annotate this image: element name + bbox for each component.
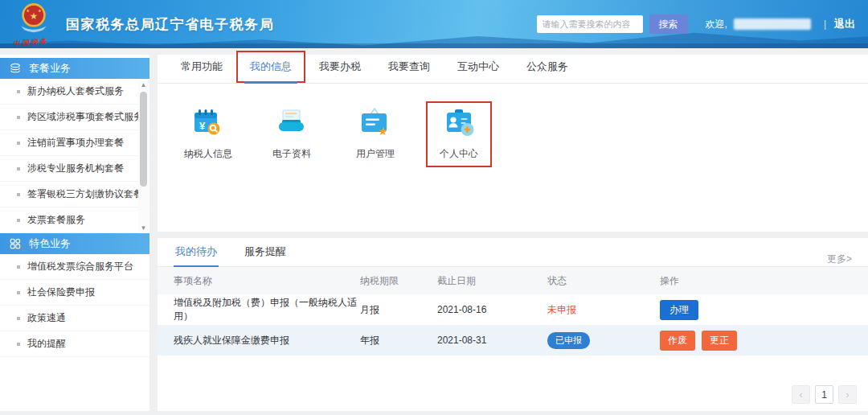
- sidebar: 套餐业务新办纳税人套餐式服务跨区域涉税事项套餐式服务注销前置事项办理套餐涉税专业…: [0, 55, 149, 411]
- sidebar-item-label: 跨区域涉税事项套餐式服务: [27, 110, 143, 124]
- todo-tabs: 我的待办服务提醒更多>: [158, 238, 868, 267]
- item-name: 残疾人就业保障金缴费申报: [158, 325, 360, 355]
- sidebar-section-title: 套餐业务: [29, 61, 71, 76]
- shortcut-个人中心[interactable]: 个人中心: [426, 101, 492, 167]
- tab-公众服务[interactable]: 公众服务: [513, 51, 582, 83]
- scroll-down-icon[interactable]: ▼: [138, 224, 149, 233]
- shortcut-电子资料[interactable]: 电子资料: [259, 101, 325, 167]
- tab-互动中心[interactable]: 互动中心: [444, 51, 513, 83]
- bullet-icon: [17, 116, 20, 119]
- sidebar-item[interactable]: 新办纳税人套餐式服务: [0, 79, 149, 105]
- sidebar-item-label: 社会保险费申报: [27, 286, 95, 299]
- sidebar-item[interactable]: 增值税发票综合服务平台: [0, 254, 149, 280]
- packages-icon: [10, 63, 21, 74]
- column-header: 纳税期限: [360, 267, 437, 294]
- username-redacted: [734, 18, 811, 30]
- personal-center-icon: [440, 108, 478, 140]
- electronic-tax-bureau-page: ★ ★ ★ 中国税务 国家税务总局辽宁省电子税务局 搜索 欢迎, | 退出 套餐…: [0, 0, 868, 415]
- sidebar-item[interactable]: 社会保险费申报: [0, 280, 149, 306]
- sidebar-item[interactable]: 政策速通: [0, 306, 149, 331]
- sidebar-item-label: 我的提醒: [27, 337, 66, 351]
- bullet-icon: [17, 142, 20, 145]
- actions-cell: 作废更正: [660, 325, 868, 355]
- sidebar-item[interactable]: 涉税专业服务机构套餐: [0, 156, 149, 182]
- actions-cell: 办理: [660, 294, 868, 325]
- main-tabs: 常用功能我的信息我要办税我要查询互动中心公众服务: [158, 55, 868, 84]
- search-button[interactable]: 搜索: [649, 14, 688, 34]
- national-emblem-icon: ★ ★ ★: [18, 2, 50, 34]
- sidebar-item[interactable]: 跨区域涉税事项套餐式服务: [0, 105, 149, 130]
- header-right: 搜索 欢迎, | 退出: [537, 0, 855, 48]
- todo-tab-服务提醒[interactable]: 服务提醒: [243, 237, 288, 266]
- shortcuts: ¥纳税人信息电子资料★用户管理个人中心: [158, 84, 868, 167]
- status-badge: 已申报: [547, 332, 590, 349]
- user-management-icon: ★: [356, 108, 395, 140]
- tax-period: 月报: [360, 294, 437, 325]
- column-header: 截止日期: [437, 267, 547, 294]
- logout-link[interactable]: 退出: [834, 17, 855, 31]
- shortcut-纳税人信息[interactable]: ¥纳税人信息: [175, 101, 241, 167]
- header-divider: |: [824, 18, 826, 30]
- todo-table: 事项名称纳税期限截止日期状态操作 增值税及附加税（费）申报（一般纳税人适用）月报…: [158, 267, 868, 355]
- bullet-icon: [17, 291, 20, 294]
- sidebar-item[interactable]: 签署银税三方划缴协议套餐: [0, 182, 149, 208]
- bullet-icon: [17, 90, 20, 93]
- sidebar-sections: 套餐业务新办纳税人套餐式服务跨区域涉税事项套餐式服务注销前置事项办理套餐涉税专业…: [0, 58, 149, 357]
- more-link[interactable]: 更多>: [827, 253, 852, 266]
- svg-text:★: ★: [38, 8, 42, 13]
- content: 常用功能我的信息我要办税我要查询互动中心公众服务 ¥纳税人信息电子资料★用户管理…: [158, 55, 868, 411]
- pagination: ‹ 1 ›: [792, 385, 857, 404]
- tab-我要办税[interactable]: 我要办税: [305, 51, 375, 83]
- header: ★ ★ ★ 中国税务 国家税务总局辽宁省电子税务局 搜索 欢迎, | 退出: [0, 0, 868, 48]
- column-header: 事项名称: [158, 267, 360, 294]
- tab-我要查询[interactable]: 我要查询: [375, 51, 444, 83]
- table-row: 残疾人就业保障金缴费申报年报2021-08-31已申报作废更正: [158, 325, 868, 355]
- logo: ★ ★ ★ 中国税务: [18, 2, 55, 47]
- status-text: 未申报: [547, 304, 576, 315]
- welcome-text: 欢迎,: [706, 18, 727, 31]
- svg-text:★: ★: [30, 11, 38, 21]
- sidebar-section-header[interactable]: 套餐业务: [0, 58, 149, 79]
- scrollbar-thumb[interactable]: [140, 92, 147, 187]
- sidebar-item-label: 注销前置事项办理套餐: [27, 136, 124, 150]
- table-row: 增值税及附加税（费）申报（一般纳税人适用）月报2021-08-16未申报办理: [158, 294, 868, 325]
- featured-grid-icon: [10, 238, 21, 249]
- sidebar-item[interactable]: 发票套餐服务: [0, 208, 149, 233]
- page-title: 国家税务总局辽宁省电子税务局: [66, 15, 274, 34]
- sidebar-item-label: 涉税专业服务机构套餐: [27, 162, 124, 175]
- deadline: 2021-08-31: [437, 325, 547, 355]
- sidebar-item[interactable]: 我的提醒: [0, 331, 149, 357]
- current-page-button[interactable]: 1: [815, 385, 833, 404]
- sidebar-item[interactable]: 注销前置事项办理套餐: [0, 130, 149, 156]
- tab-我的信息[interactable]: 我的信息: [236, 51, 305, 83]
- bullet-icon: [17, 219, 20, 222]
- sidebar-section-header[interactable]: 特色业务: [0, 233, 149, 254]
- main-panel: 常用功能我的信息我要办税我要查询互动中心公众服务 ¥纳税人信息电子资料★用户管理…: [158, 55, 868, 232]
- tax-period: 年报: [360, 325, 437, 355]
- action-button-办理[interactable]: 办理: [660, 300, 698, 320]
- sidebar-scrollbar[interactable]: ▲ ▼: [138, 80, 149, 233]
- deadline: 2021-08-16: [437, 294, 547, 325]
- next-page-button[interactable]: ›: [838, 385, 857, 404]
- tab-常用功能[interactable]: 常用功能: [167, 51, 236, 83]
- todo-tab-我的待办[interactable]: 我的待办: [174, 237, 219, 266]
- shortcut-用户管理[interactable]: ★用户管理: [342, 101, 408, 167]
- search-input[interactable]: [537, 15, 643, 33]
- prev-page-button[interactable]: ‹: [792, 385, 810, 404]
- scroll-up-icon[interactable]: ▲: [138, 80, 149, 90]
- taxpayer-info-icon: ¥: [189, 108, 227, 140]
- column-header: 操作: [660, 267, 868, 294]
- action-button-更正[interactable]: 更正: [702, 331, 737, 351]
- sidebar-item-label: 增值税发票综合服务平台: [27, 260, 133, 273]
- bullet-icon: [17, 265, 20, 269]
- action-button-作废[interactable]: 作废: [660, 331, 695, 351]
- sidebar-item-label: 政策速通: [27, 311, 66, 325]
- column-header: 状态: [547, 267, 660, 294]
- sidebar-section-title: 特色业务: [29, 236, 71, 251]
- sidebar-item-label: 新办纳税人套餐式服务: [27, 84, 124, 98]
- logo-caption: 中国税务: [13, 35, 65, 49]
- svg-text:★: ★: [26, 8, 30, 13]
- body: 套餐业务新办纳税人套餐式服务跨区域涉税事项套餐式服务注销前置事项办理套餐涉税专业…: [0, 48, 868, 415]
- todo-panel: 我的待办服务提醒更多> 事项名称纳税期限截止日期状态操作 增值税及附加税（费）申…: [158, 238, 868, 411]
- table-header-row: 事项名称纳税期限截止日期状态操作: [158, 267, 868, 294]
